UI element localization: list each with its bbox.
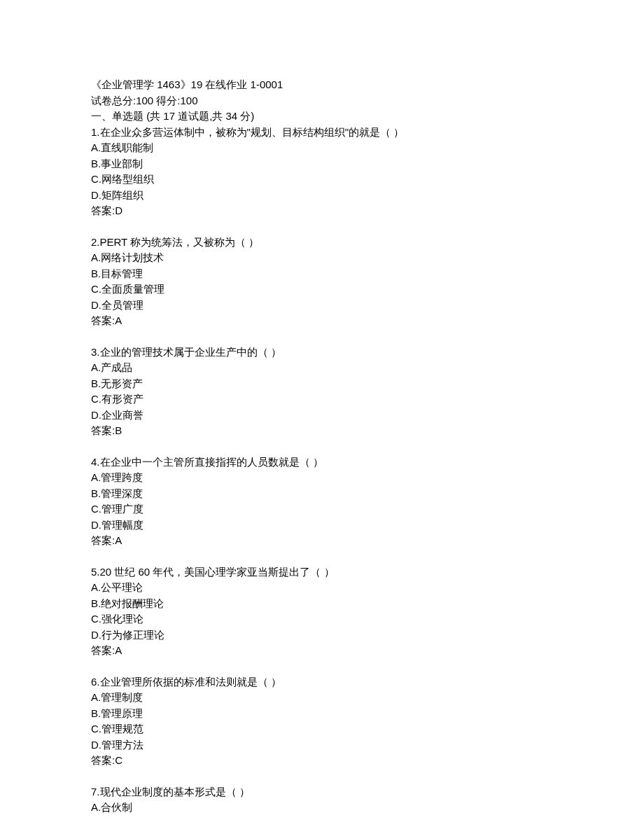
answer: 答案:A bbox=[91, 533, 553, 549]
option-d: D.管理方法 bbox=[91, 737, 553, 753]
option-a: A.直线职能制 bbox=[91, 140, 553, 156]
option-a: A.公平理论 bbox=[91, 580, 553, 596]
option-d: D.矩阵组织 bbox=[91, 188, 553, 204]
option-d: D.企业商誉 bbox=[91, 408, 553, 424]
option-c: C.有形资产 bbox=[91, 391, 553, 408]
question-stem: 2.PERT 称为统筹法，又被称为（ ） bbox=[91, 235, 553, 251]
question-1: 1.在企业众多营运体制中，被称为"规划、目标结构组织"的就是（ ） A.直线职能… bbox=[91, 125, 553, 219]
option-c: C.网络型组织 bbox=[91, 172, 553, 188]
option-c: C.管理规范 bbox=[91, 721, 553, 737]
option-c: C.强化理论 bbox=[91, 611, 553, 627]
option-b: B.目标管理 bbox=[91, 266, 553, 282]
answer: 答案:C bbox=[91, 753, 553, 769]
option-d: D.行为修正理论 bbox=[91, 627, 553, 644]
option-b: B.管理原理 bbox=[91, 706, 553, 722]
answer: 答案:B bbox=[91, 423, 553, 439]
option-b: B.绝对报酬理论 bbox=[91, 596, 553, 612]
question-stem: 1.在企业众多营运体制中，被称为"规划、目标结构组织"的就是（ ） bbox=[91, 125, 553, 141]
exam-score-line: 试卷总分:100 得分:100 bbox=[91, 93, 553, 109]
question-6: 6.企业管理所依据的标准和法则就是（ ） A.管理制度 B.管理原理 C.管理规… bbox=[91, 674, 553, 769]
question-stem: 3.企业的管理技术属于企业生产中的（ ） bbox=[91, 345, 553, 361]
question-2: 2.PERT 称为统筹法，又被称为（ ） A.网络计划技术 B.目标管理 C.全… bbox=[91, 235, 553, 329]
question-stem: 6.企业管理所依据的标准和法则就是（ ） bbox=[91, 674, 553, 690]
option-c: C.管理广度 bbox=[91, 501, 553, 517]
exam-title: 《企业管理学 1463》19 在线作业 1-0001 bbox=[91, 77, 553, 93]
option-a: A.合伙制 bbox=[91, 800, 553, 816]
option-b: B.管理深度 bbox=[91, 486, 553, 502]
question-7: 7.现代企业制度的基本形式是（ ） A.合伙制 bbox=[91, 784, 553, 816]
option-d: D.管理幅度 bbox=[91, 517, 553, 534]
answer: 答案:A bbox=[91, 313, 553, 329]
question-stem: 4.在企业中一个主管所直接指挥的人员数就是（ ） bbox=[91, 454, 553, 471]
option-a: A.网络计划技术 bbox=[91, 250, 553, 266]
question-3: 3.企业的管理技术属于企业生产中的（ ） A.产成品 B.无形资产 C.有形资产… bbox=[91, 345, 553, 439]
option-b: B.无形资产 bbox=[91, 376, 553, 392]
question-stem: 7.现代企业制度的基本形式是（ ） bbox=[91, 784, 553, 800]
question-stem: 5.20 世纪 60 年代，美国心理学家亚当斯提出了（ ） bbox=[91, 564, 553, 581]
option-a: A.管理跨度 bbox=[91, 470, 553, 486]
option-c: C.全面质量管理 bbox=[91, 282, 553, 298]
section-title: 一、单选题 (共 17 道试题,共 34 分) bbox=[91, 109, 553, 125]
option-b: B.事业部制 bbox=[91, 156, 553, 172]
question-5: 5.20 世纪 60 年代，美国心理学家亚当斯提出了（ ） A.公平理论 B.绝… bbox=[91, 564, 553, 659]
question-4: 4.在企业中一个主管所直接指挥的人员数就是（ ） A.管理跨度 B.管理深度 C… bbox=[91, 454, 553, 549]
answer: 答案:D bbox=[91, 203, 553, 219]
answer: 答案:A bbox=[91, 643, 553, 659]
option-d: D.全员管理 bbox=[91, 298, 553, 314]
option-a: A.产成品 bbox=[91, 360, 553, 376]
option-a: A.管理制度 bbox=[91, 690, 553, 706]
